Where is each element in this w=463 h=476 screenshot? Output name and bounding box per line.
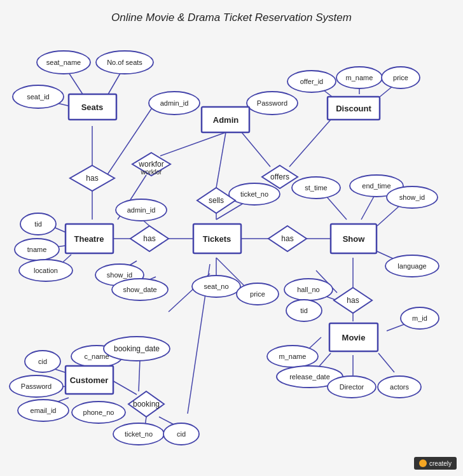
svg-text:admin_id: admin_id: [160, 99, 189, 107]
svg-text:admin_id: admin_id: [127, 206, 156, 214]
svg-line-32: [377, 204, 402, 226]
svg-text:Admin: Admin: [213, 115, 239, 125]
svg-text:show_id: show_id: [107, 271, 132, 279]
svg-text:email_id: email_id: [31, 407, 57, 414]
canvas: Online Movie & Drama Ticket Reservation …: [0, 0, 463, 476]
svg-line-34: [361, 194, 375, 220]
svg-text:Tickets: Tickets: [203, 234, 232, 244]
svg-line-12: [242, 132, 270, 167]
svg-text:ticket_no: ticket_no: [125, 430, 153, 438]
svg-text:Theatre: Theatre: [74, 234, 104, 244]
svg-line-44: [378, 353, 394, 372]
svg-text:hall_no: hall_no: [297, 286, 319, 293]
svg-text:language: language: [397, 262, 426, 270]
svg-text:ticket_no: ticket_no: [240, 190, 268, 198]
svg-text:Password: Password: [257, 99, 287, 107]
svg-text:No.of seats: No.of seats: [107, 59, 142, 66]
svg-text:cid: cid: [38, 358, 47, 365]
svg-text:tid: tid: [300, 307, 308, 314]
svg-text:has: has: [347, 296, 359, 305]
svg-text:st_time: st_time: [305, 184, 327, 192]
svg-text:price: price: [250, 290, 265, 298]
svg-text:m_name: m_name: [346, 74, 373, 81]
svg-text:has: has: [86, 174, 98, 183]
svg-text:Movie: Movie: [342, 333, 366, 342]
svg-text:seat_id: seat_id: [27, 93, 49, 101]
svg-line-8: [160, 132, 226, 156]
creately-logo-dot: [419, 459, 427, 467]
svg-text:m_id: m_id: [412, 314, 427, 322]
svg-text:workfor: workfor: [141, 169, 162, 176]
svg-text:booking_date: booking_date: [114, 344, 160, 353]
svg-line-53: [139, 360, 140, 391]
svg-text:Customer: Customer: [70, 375, 109, 385]
svg-text:phone_no: phone_no: [83, 409, 114, 416]
svg-text:seat_name: seat_name: [46, 59, 81, 66]
svg-text:show_date: show_date: [123, 286, 156, 293]
svg-text:offers: offers: [270, 172, 289, 181]
svg-text:price: price: [393, 74, 408, 81]
svg-text:has: has: [281, 234, 293, 243]
svg-text:Director: Director: [340, 383, 364, 391]
svg-text:c_name: c_name: [84, 353, 109, 360]
svg-text:actors: actors: [390, 383, 409, 391]
svg-line-52: [159, 417, 175, 425]
svg-line-13: [289, 120, 331, 167]
svg-text:release_date: release_date: [289, 373, 330, 381]
svg-text:seat_no: seat_no: [204, 283, 228, 290]
svg-text:location: location: [34, 267, 58, 274]
svg-text:Discount: Discount: [336, 104, 371, 113]
creately-badge: creately: [414, 457, 457, 470]
svg-text:show_id: show_id: [399, 193, 425, 201]
diagram: seat_id seat_name No.of seats admin_id P…: [0, 0, 463, 476]
svg-text:sells: sells: [209, 196, 224, 205]
svg-text:Seats: Seats: [81, 102, 104, 112]
svg-line-10: [216, 132, 226, 188]
svg-text:end_time: end_time: [362, 182, 390, 190]
svg-text:cid: cid: [177, 430, 186, 438]
svg-text:tid: tid: [34, 220, 42, 228]
svg-line-50: [111, 380, 137, 395]
svg-text:tname: tname: [27, 246, 47, 253]
svg-line-33: [324, 194, 347, 220]
svg-text:booking: booking: [133, 400, 160, 409]
svg-text:Show: Show: [343, 234, 366, 244]
svg-text:m_name: m_name: [279, 353, 307, 360]
svg-text:has: has: [143, 234, 155, 243]
svg-text:offer_id: offer_id: [300, 78, 324, 85]
svg-text:Password: Password: [21, 382, 52, 390]
creately-label: creately: [429, 460, 452, 467]
svg-text:workfor: workfor: [138, 160, 163, 169]
